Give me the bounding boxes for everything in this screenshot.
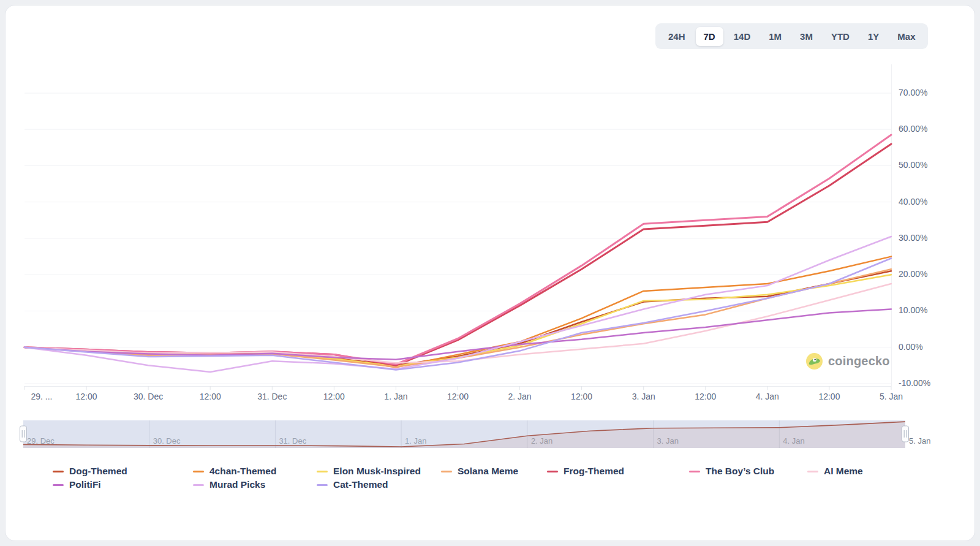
x-axis-label: 12:00 <box>179 392 241 401</box>
legend-label: Elon Musk-Inspired <box>333 466 421 477</box>
x-axis: 29. ...12:0030. Dec12:0031. Dec12:001. J… <box>0 392 980 404</box>
x-axis-label: 31. Dec <box>241 392 303 401</box>
legend-item-cat-themed[interactable]: Cat-Themed <box>317 479 388 491</box>
y-axis-label: 40.00% <box>899 197 927 207</box>
y-axis-label: 50.00% <box>899 160 927 170</box>
y-axis-label: 20.00% <box>899 269 927 279</box>
legend-item-solana-meme[interactable]: Solana Meme <box>441 465 518 477</box>
legend-item-frog-themed[interactable]: Frog-Themed <box>547 465 624 477</box>
legend-label: The Boy’s Club <box>706 466 774 477</box>
x-axis-label: 12:00 <box>56 392 117 401</box>
x-axis-label: 3. Jan <box>613 392 674 401</box>
range-button-1m[interactable]: 1M <box>761 27 790 46</box>
range-button-max[interactable]: Max <box>889 27 923 46</box>
legend-dash-icon <box>317 471 328 472</box>
legend-label: Murad Picks <box>209 479 265 490</box>
legend-item-ai-meme[interactable]: AI Meme <box>807 465 863 477</box>
chart-card <box>5 5 975 541</box>
y-axis-label: -10.00% <box>899 378 930 388</box>
y-axis-label: 60.00% <box>899 124 927 134</box>
x-axis-label: 12:00 <box>551 392 612 401</box>
legend-item-elon-musk-inspired[interactable]: Elon Musk-Inspired <box>317 465 421 477</box>
range-button-ytd[interactable]: YTD <box>823 27 858 46</box>
range-button-3m[interactable]: 3M <box>792 27 821 46</box>
x-axis-label: 2. Jan <box>489 392 551 401</box>
x-axis-label: 12:00 <box>799 392 860 401</box>
range-button-1y[interactable]: 1Y <box>860 27 887 46</box>
legend-label: Cat-Themed <box>333 479 388 490</box>
time-range-selector: 24H7D14D1M3MYTD1YMax <box>655 23 928 49</box>
legend-dash-icon <box>689 471 700 472</box>
legend-label: PolitiFi <box>69 479 101 490</box>
x-axis-label: 12:00 <box>303 392 364 401</box>
y-axis-label: 0.00% <box>899 342 923 352</box>
y-axis-label: 30.00% <box>899 233 927 243</box>
legend-item-murad-picks[interactable]: Murad Picks <box>193 479 265 491</box>
legend-dash-icon <box>807 471 818 472</box>
legend-label: 4chan-Themed <box>209 466 276 477</box>
page: 29. Dec30. Dec31. Dec1. Jan2. Jan3. Jan4… <box>0 0 980 546</box>
legend-dash-icon <box>317 484 328 486</box>
legend-dash-icon <box>193 484 204 486</box>
legend-dash-icon <box>193 471 204 472</box>
x-axis-label: 12:00 <box>675 392 736 401</box>
legend-label: Solana Meme <box>458 466 518 477</box>
legend-dash-icon <box>441 471 452 472</box>
x-axis-label: 1. Jan <box>365 392 426 401</box>
legend-dash-icon <box>53 471 64 472</box>
range-button-14d[interactable]: 14D <box>726 27 759 46</box>
legend-label: Dog-Themed <box>69 466 127 477</box>
legend-item-4chan-themed[interactable]: 4chan-Themed <box>193 465 276 477</box>
range-button-7d[interactable]: 7D <box>696 27 723 46</box>
legend-item-politifi[interactable]: PolitiFi <box>53 479 101 491</box>
legend-item-dog-themed[interactable]: Dog-Themed <box>53 465 127 477</box>
x-axis-label: 5. Jan <box>861 392 922 401</box>
y-axis-label: 10.00% <box>899 305 927 315</box>
legend-label: AI Meme <box>824 466 863 477</box>
coingecko-watermark[interactable]: coingecko <box>806 353 890 370</box>
legend-dash-icon <box>53 484 64 486</box>
legend-label: Frog-Themed <box>564 466 624 477</box>
x-axis-label: 30. Dec <box>118 392 179 401</box>
x-axis-label: 4. Jan <box>737 392 798 401</box>
y-axis-label: 70.00% <box>899 88 927 97</box>
range-button-24h[interactable]: 24H <box>660 27 693 46</box>
x-axis-label: 12:00 <box>427 392 488 401</box>
legend-item-the-boy-s-club[interactable]: The Boy’s Club <box>689 465 774 477</box>
coingecko-brand-text: coingecko <box>828 354 890 368</box>
coingecko-gecko-icon <box>806 353 823 370</box>
legend-dash-icon <box>547 471 558 472</box>
